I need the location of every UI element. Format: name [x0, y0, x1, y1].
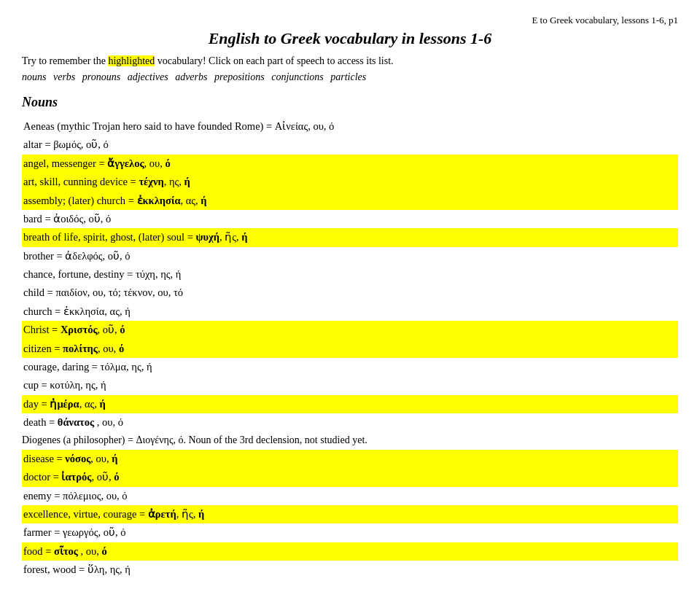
list-item: doctor = ἰατρός, οῦ, ό	[22, 468, 678, 486]
highlight-word: highlighted	[108, 55, 155, 66]
list-item: art, skill, cunning device = τέχνη, ης, …	[22, 173, 678, 191]
intro-line: Try to remember the highlighted vocabula…	[22, 55, 678, 67]
list-item: day = ἡμέρα, ας, ή	[22, 395, 678, 413]
list-item: forest, wood = ὕλη, ης, ή	[22, 561, 678, 579]
list-item: food = σῖτος , ου, ό	[22, 542, 678, 561]
list-item: chance, fortune, destiny = τύχη, ης, ή	[22, 265, 678, 284]
section-nouns-heading: Nouns	[22, 95, 678, 110]
page-header-top-right: E to Greek vocabulary, lessons 1-6, p1	[22, 15, 678, 26]
list-item: Aeneas (mythic Trojan hero said to have …	[22, 117, 678, 136]
nav-prepositions[interactable]: prepositions	[214, 71, 265, 82]
list-item: farmer = γεωργός, οῦ, ό	[22, 523, 678, 542]
list-item: child = παιδίον, ου, τό; τέκνον, ου, τό	[22, 284, 678, 302]
list-item: courage, daring = τόλμα, ης, ή	[22, 358, 678, 376]
list-item: citizen = πολίτης, ου, ό	[22, 340, 678, 358]
list-item: altar = βωμός, οῦ, ό	[22, 136, 678, 154]
list-item: church = ἐκκλησία, ας, ή	[22, 303, 678, 321]
vocab-list: Aeneas (mythic Trojan hero said to have …	[22, 117, 678, 580]
nav-links: nouns verbs pronouns adjectives adverbs …	[22, 71, 678, 83]
nav-conjunctions[interactable]: conjunctions	[271, 71, 324, 82]
list-item: cup = κοτύλη, ης, ή	[22, 376, 678, 394]
nav-pronouns[interactable]: pronouns	[82, 71, 120, 82]
nav-adverbs[interactable]: adverbs	[175, 71, 207, 82]
diogenes-note: Diogenes (a philosopher) = Διογένης, ό. …	[22, 432, 678, 450]
list-item: death = θάνατος , ου, ό	[22, 413, 678, 432]
list-item: Christ = Χριστός, οῦ, ό	[22, 321, 678, 339]
nav-particles[interactable]: particles	[330, 71, 366, 82]
list-item: bard = ἀοιδός, οῦ, ό	[22, 210, 678, 228]
nav-verbs[interactable]: verbs	[53, 71, 75, 82]
list-item: breath of life, spirit, ghost, (later) s…	[22, 228, 678, 246]
list-item: disease = νόσος, ου, ή	[22, 450, 678, 468]
list-item: angel, messenger = ἄγγελος, ου, ό	[22, 155, 678, 173]
list-item: assembly; (later) church = ἐκκλησία, ας,…	[22, 192, 678, 210]
nav-nouns[interactable]: nouns	[22, 71, 46, 82]
list-item: brother = ἀδελφός, οῦ, ό	[22, 247, 678, 265]
page-title: English to Greek vocabulary in lessons 1…	[22, 29, 678, 48]
list-item: enemy = πόλεμιος, ου, ό	[22, 487, 678, 505]
nav-adjectives[interactable]: adjectives	[128, 71, 168, 82]
list-item: excellence, virtue, courage = ἀρετή, ῆς,…	[22, 505, 678, 523]
